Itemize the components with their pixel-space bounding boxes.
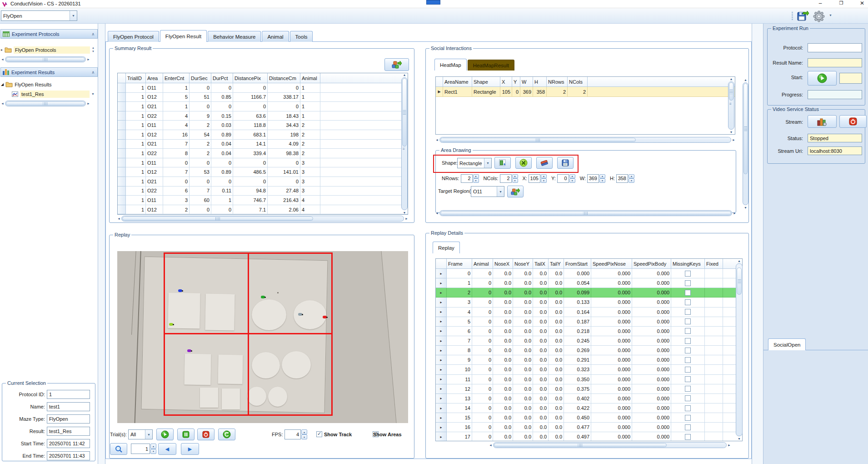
column-header-areaname[interactable]: AreaName [443,77,472,87]
spin-up-icon[interactable]: ▲ [301,429,307,434]
tab-replay[interactable]: Replay [433,242,460,253]
spinner-value[interactable]: 105 [529,174,540,183]
column-header-fixed[interactable]: Fixed [705,259,723,269]
column-header-nosey[interactable]: NoseY [513,259,533,269]
missingkeys-checkbox[interactable] [685,309,691,315]
column-header-nosex[interactable]: NoseX [493,259,513,269]
summary-hscrollbar[interactable]: ◄ ► [117,216,408,222]
social-table-vscrollbar[interactable]: ▲ ≡ ▼ [728,77,734,134]
field-input[interactable]: 20250701 11:42 [47,439,90,448]
scroll-thumb[interactable] [737,267,742,295]
column-header-animal[interactable]: Animal [472,259,493,269]
column-header-missingkeys[interactable]: MissingKeys [671,259,705,269]
w-spinner[interactable]: 369▲▼ [587,174,605,183]
sidebar-header-protocols[interactable]: Experiment Protocols ∧ [0,29,98,39]
stream-uri-input[interactable]: localhost:8030 [808,146,862,155]
spinner-value[interactable]: 369 [587,174,599,183]
show-track-checkbox[interactable] [316,431,322,437]
area-row[interactable]: ▶Rect1Rectangle105036935822 [436,87,735,97]
scroll-right-icon[interactable]: ► [728,444,731,447]
frame-row[interactable]: ▸1600.00.00.00.00.4770.0000.000 [436,423,742,432]
stop-button[interactable] [197,429,215,440]
frame-row[interactable]: ▸400.00.00.00.00.1640.0000.000 [436,308,742,317]
frame-row[interactable]: ▸500.00.00.00.00.1870.0000.000 [436,317,742,327]
field-input[interactable]: test1 [47,402,90,411]
chevron-down-icon[interactable]: ▼ [70,11,77,20]
column-header-taily[interactable]: TailY [549,259,564,269]
column-header-tailx[interactable]: TailX [533,259,549,269]
missingkeys-checkbox[interactable] [685,348,691,353]
column-header-durpct[interactable]: DurPct [211,73,233,83]
spinner-value[interactable]: 358 [616,174,628,183]
sidebar-hscrollbar-1[interactable]: ◄ ► [1,56,90,62]
spin-up-icon[interactable]: ▲ [150,444,156,449]
missingkeys-checkbox[interactable] [685,386,691,392]
summary-row[interactable]: 1O21720.0414.14.092 [118,140,408,149]
scroll-left-icon[interactable]: ◄ [117,217,120,220]
summary-row[interactable]: 1O125510.851166.7338.171 [118,93,408,102]
field-input[interactable]: 20250701 11:43 [47,451,90,460]
scroll-right-icon[interactable]: ► [405,217,408,220]
seek-frame-button[interactable] [110,443,127,455]
scroll-thumb[interactable] [729,82,733,101]
missingkeys-checkbox[interactable] [685,395,691,401]
frame-row[interactable]: ▸1300.00.00.00.00.4020.0000.000 [436,394,742,403]
details-vscrollbar[interactable]: ▲ ▼ [736,259,743,440]
frame-row[interactable]: ▸1400.00.00.00.00.4220.0000.000 [436,403,742,413]
scroll-thumb[interactable] [440,211,731,215]
sidebar-item-test1-res[interactable]: test1_Res ▼ [12,90,95,98]
spin-down-icon[interactable]: ▼ [512,178,518,183]
save-export-icon[interactable] [796,10,810,22]
frame-row[interactable]: ▸800.00.00.00.00.2690.0000.000 [436,346,742,355]
tab-heatmapresult[interactable]: HeatMapResult [468,60,514,71]
missingkeys-checkbox[interactable] [685,434,691,440]
summary-row[interactable]: 1O22490.1563.618.431 [118,111,408,121]
mini-scroll-arrows-icon[interactable]: ▲▼ [92,46,95,53]
frame-row[interactable]: ▸1100.00.00.00.00.3500.0000.000 [436,375,742,384]
field-input[interactable]: 1 [47,390,90,399]
column-header-x[interactable]: X [500,77,512,87]
scroll-down-icon[interactable]: ▼ [744,206,747,209]
spin-down-icon[interactable]: ▼ [629,178,634,183]
pause-button[interactable] [177,429,195,440]
missingkeys-checkbox[interactable] [685,280,691,286]
h-spinner[interactable]: 358▲▼ [616,174,634,183]
sidebar-header-results[interactable]: Experiment Results ∧ [0,67,98,77]
summary-export-button[interactable] [384,58,409,71]
missingkeys-checkbox[interactable] [685,424,691,430]
scroll-down-icon[interactable]: ▼ [730,131,733,134]
result-name-input[interactable] [808,58,862,67]
frame-row[interactable]: ▸000.00.00.00.00.0000.0000.000 [436,269,742,278]
chevron-down-icon[interactable]: ▼ [91,92,95,96]
spin-down-icon[interactable]: ▼ [569,178,575,183]
scroll-thumb[interactable] [6,101,85,106]
spin-up-icon[interactable]: ▲ [473,174,479,179]
spin-down-icon[interactable]: ▼ [599,178,605,183]
scroll-right-icon[interactable]: ► [87,58,90,61]
column-header-shape[interactable]: Shape [472,77,500,87]
tab-behavior-measure[interactable]: Behavior Measure [208,31,261,42]
maze-type-combobox[interactable]: FlyOpen ▼ [1,10,77,21]
fps-spinner[interactable]: 4 ▲▼ [284,429,307,439]
summary-row[interactable]: 1O21100001 [118,102,408,111]
target-region-combobox[interactable]: O11 ▼ [471,186,504,197]
maximize-icon[interactable]: ❐ [835,0,847,5]
minimize-icon[interactable]: – [814,0,826,6]
tab-heatmap[interactable]: HeatMap [434,59,467,71]
scroll-up-icon[interactable]: ▲ [744,78,747,81]
column-header-distancecm[interactable]: DistanceCm [268,73,300,83]
toolbar-overflow-icon[interactable]: ▼ [829,14,832,17]
restart-button[interactable] [218,429,235,440]
scroll-left-icon[interactable]: ◄ [435,212,439,215]
social-group-hscrollbar[interactable]: ◄ ► [435,210,736,216]
column-header-ncols[interactable]: NCols [568,77,588,87]
scroll-up-icon[interactable]: ▲ [730,77,733,81]
chevron-down-icon[interactable]: ▼ [145,430,152,439]
frame-row[interactable]: ▸1200.00.00.00.00.3750.0000.000 [436,384,742,394]
scroll-down-icon[interactable]: ▼ [403,211,406,214]
sidebar-item-flyopen-results[interactable]: ◢ FlyOpen Results [1,80,95,89]
spinner-value[interactable]: 2 [461,174,473,183]
column-header-nrows[interactable]: NRows [547,77,568,87]
scroll-left-icon[interactable]: ◄ [435,138,439,141]
spin-down-icon[interactable]: ▼ [150,449,156,454]
